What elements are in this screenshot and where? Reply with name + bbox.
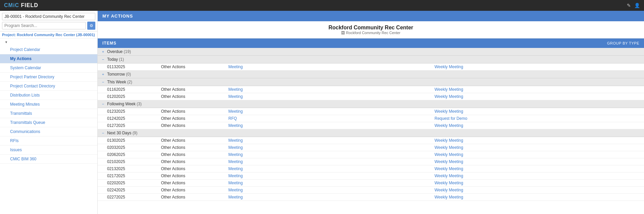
nav-group-header: ▼	[0, 38, 97, 45]
row-link2[interactable]: Weekly Meeting	[434, 94, 641, 99]
row-link1[interactable]: Meeting	[228, 64, 434, 69]
row-link1[interactable]: Meeting	[228, 188, 434, 192]
app-header: CMiC FIELD ✎ 👤	[0, 0, 644, 11]
section-following-week[interactable]: −Following Week (3)	[98, 100, 644, 108]
table-row: 02132025Other ActionsMeetingWeekly Meeti…	[98, 165, 644, 172]
row-link2[interactable]: Weekly Meeting	[434, 138, 641, 143]
row-link2[interactable]: Weekly Meeting	[434, 152, 641, 157]
sidebar-item-communications[interactable]: Communications	[0, 127, 97, 136]
table-row: 02062025Other ActionsMeetingWeekly Meeti…	[98, 151, 644, 158]
row-action-type: Other Actions	[161, 138, 228, 143]
row-link1[interactable]: Meeting	[228, 138, 434, 143]
row-date: 02032025	[107, 145, 161, 150]
row-link1[interactable]: Meeting	[228, 94, 434, 99]
sidebar: JB-00001 - Rockford Community Rec Center…	[0, 11, 98, 214]
row-link2[interactable]: Weekly Meeting	[434, 87, 641, 92]
row-link1[interactable]: Meeting	[228, 109, 434, 114]
table-row: 01132025Other ActionsMeetingWeekly Meeti…	[98, 63, 644, 71]
section-this-week[interactable]: −This Week (2)	[98, 78, 644, 86]
row-link1[interactable]: Meeting	[228, 181, 434, 185]
row-link2[interactable]: Weekly Meeting	[434, 109, 641, 114]
section-label-following-week: Following Week (3)	[107, 102, 142, 106]
row-link2[interactable]: Request for Demo	[434, 116, 641, 121]
row-link1[interactable]: Meeting	[228, 195, 434, 199]
section-overdue[interactable]: +Overdue (19)	[98, 48, 644, 56]
table-row: 01162025Other ActionsMeetingWeekly Meeti…	[98, 86, 644, 93]
sidebar-item-transmittals[interactable]: Transmittals	[0, 109, 97, 118]
row-link2[interactable]: Weekly Meeting	[434, 64, 641, 69]
section-label-overdue: Overdue (19)	[107, 49, 131, 54]
row-date: 01132025	[107, 64, 161, 69]
row-link2[interactable]: Weekly Meeting	[434, 123, 641, 128]
row-action-type: Other Actions	[161, 152, 228, 157]
row-link1[interactable]: Meeting	[228, 87, 434, 92]
section-toggle-today: −	[101, 57, 105, 61]
row-date: 01302025	[107, 138, 161, 143]
row-link2[interactable]: Weekly Meeting	[434, 195, 641, 199]
header-icons: ✎ 👤	[627, 3, 640, 8]
row-link1[interactable]: RFQ	[228, 116, 434, 121]
collapse-icon: ▼	[5, 41, 8, 44]
row-link1[interactable]: Meeting	[228, 145, 434, 150]
row-link1[interactable]: Meeting	[228, 166, 434, 171]
row-action-type: Other Actions	[161, 173, 228, 178]
sidebar-item-issues[interactable]: Issues	[0, 145, 97, 155]
content-area: MY ACTIONS Rockford Community Rec Center…	[98, 11, 644, 214]
table-row: 02272025Other ActionsMeetingWeekly Meeti…	[98, 194, 644, 201]
section-toggle-overdue: +	[101, 50, 105, 54]
user-icon[interactable]: 👤	[634, 3, 640, 8]
project-subtitle: 🖼 Rockford Community Rec Center	[101, 31, 641, 35]
row-link1[interactable]: Meeting	[228, 159, 434, 164]
project-title: Rockford Community Rec Center	[101, 25, 641, 31]
sidebar-item-my-actions[interactable]: My Actions	[0, 54, 97, 63]
section-toggle-following-week: −	[101, 102, 105, 106]
search-input[interactable]	[2, 22, 86, 29]
settings-button[interactable]: ⚙	[87, 22, 95, 30]
section-label-tomorrow: Tomorrow (0)	[107, 72, 131, 77]
row-link2[interactable]: Weekly Meeting	[434, 188, 641, 192]
table-row: 01202025Other ActionsMeetingWeekly Meeti…	[98, 93, 644, 100]
sidebar-item-meeting-minutes[interactable]: Meeting Minutes	[0, 100, 97, 109]
sidebar-item-project-calendar[interactable]: Project Calendar	[0, 45, 97, 54]
section-next-30[interactable]: −Next 30 Days (9)	[98, 129, 644, 137]
logo-cmic: CMiC	[4, 2, 19, 8]
sidebar-item-cmic-bim-360[interactable]: CMiC BIM 360	[0, 155, 97, 164]
table-row: 01302025Other ActionsMeetingWeekly Meeti…	[98, 137, 644, 144]
section-today[interactable]: −Today (1)	[98, 56, 644, 63]
sidebar-item-distribution-lists[interactable]: Distribution Lists	[0, 91, 97, 100]
row-link1[interactable]: Meeting	[228, 173, 434, 178]
sidebar-item-system-calendar[interactable]: System Calendar	[0, 63, 97, 73]
sidebar-top: JB-00001 - Rockford Community Rec Center…	[0, 11, 97, 31]
row-action-type: Other Actions	[161, 64, 228, 69]
sidebar-item-project-contact-directory[interactable]: Project Contact Directory	[0, 82, 97, 91]
section-label-today: Today (1)	[107, 57, 124, 62]
my-actions-header: MY ACTIONS	[98, 11, 644, 21]
sidebar-item-transmittals-queue[interactable]: Transmittals Queue	[0, 118, 97, 127]
section-label-this-week: This Week (2)	[107, 80, 132, 84]
row-link1[interactable]: Meeting	[228, 123, 434, 128]
row-action-type: Other Actions	[161, 145, 228, 150]
row-link2[interactable]: Weekly Meeting	[434, 159, 641, 164]
sidebar-item-project-partner-directory[interactable]: Project Partner Directory	[0, 73, 97, 82]
project-select[interactable]: JB-00001 - Rockford Community Rec Center	[2, 13, 95, 20]
group-by-label[interactable]: GROUP BY TYPE	[607, 41, 639, 45]
table-row: 02102025Other ActionsMeetingWeekly Meeti…	[98, 158, 644, 165]
row-action-type: Other Actions	[161, 188, 228, 192]
row-link1[interactable]: Meeting	[228, 152, 434, 157]
row-link2[interactable]: Weekly Meeting	[434, 145, 641, 150]
sidebar-item-rfis[interactable]: RFIs	[0, 136, 97, 145]
edit-icon[interactable]: ✎	[627, 3, 631, 8]
row-link2[interactable]: Weekly Meeting	[434, 181, 641, 185]
table-row: 02172025Other ActionsMeetingWeekly Meeti…	[98, 172, 644, 180]
project-select-wrapper: JB-00001 - Rockford Community Rec Center	[2, 13, 95, 20]
row-action-type: Other Actions	[161, 166, 228, 171]
row-link2[interactable]: Weekly Meeting	[434, 166, 641, 171]
row-link2[interactable]: Weekly Meeting	[434, 173, 641, 178]
table-row: 02032025Other ActionsMeetingWeekly Meeti…	[98, 144, 644, 151]
row-action-type: Other Actions	[161, 159, 228, 164]
section-tomorrow[interactable]: +Tomorrow (0)	[98, 71, 644, 78]
items-label: ITEMS	[102, 41, 117, 46]
section-toggle-tomorrow: +	[101, 72, 105, 76]
logo-field: FIELD	[21, 2, 38, 8]
section-toggle-next-30: −	[101, 131, 105, 135]
